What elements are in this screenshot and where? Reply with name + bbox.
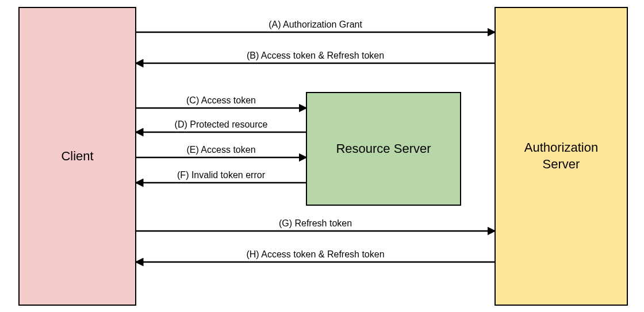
client-label: Client (61, 148, 93, 165)
diagram-canvas: Client Resource Server AuthorizationServ… (0, 0, 644, 312)
arrow-label-c: (C) Access token (186, 95, 256, 106)
arrow-label-b: (B) Access token & Refresh token (247, 51, 384, 61)
resource-label: Resource Server (336, 141, 431, 157)
resource-server-node: Resource Server (306, 92, 461, 206)
auth-label: AuthorizationServer (524, 140, 598, 172)
arrow-label-d: (D) Protected resource (175, 120, 268, 130)
arrow-label-f: (F) Invalid token error (177, 170, 265, 180)
arrow-label-g: (G) Refresh token (279, 218, 352, 229)
arrow-label-a: (A) Authorization Grant (269, 20, 362, 30)
arrow-label-h: (H) Access token & Refresh token (246, 249, 384, 260)
arrow-label-e: (E) Access token (186, 145, 255, 155)
client-node: Client (18, 7, 136, 306)
authorization-server-node: AuthorizationServer (494, 7, 628, 306)
